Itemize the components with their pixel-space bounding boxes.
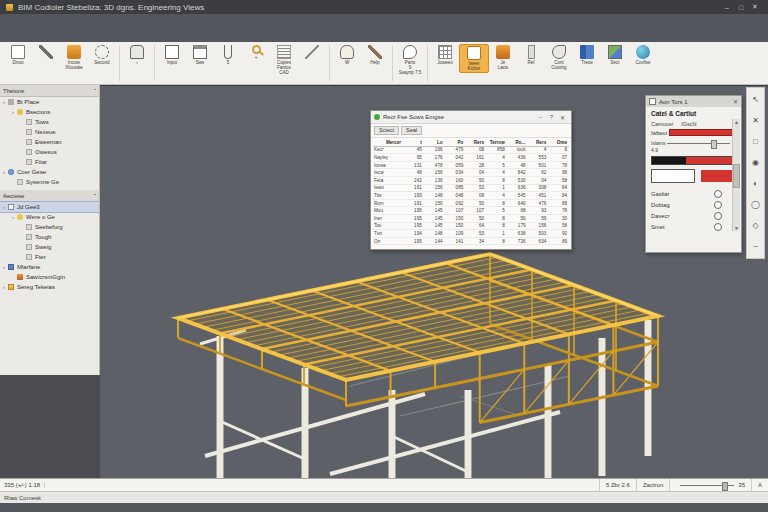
radio-row[interactable]: Gasliar bbox=[651, 188, 736, 199]
table-row[interactable]: Ttw193 148048 084 545451 84 bbox=[373, 192, 569, 200]
dialog-tab[interactable]: Sciect bbox=[374, 126, 399, 135]
ribbon-item[interactable]: Sect bbox=[601, 44, 629, 66]
tree-item[interactable]: Fter bbox=[0, 252, 99, 262]
ribbon-item[interactable]: Input bbox=[158, 44, 186, 66]
table-row[interactable]: Iecw48 156034 044 84262 98 bbox=[373, 169, 569, 177]
column-header[interactable]: t bbox=[403, 140, 424, 145]
ribbon-item[interactable]: › bbox=[123, 44, 151, 66]
color-swatch-red[interactable] bbox=[701, 170, 735, 182]
tool-button[interactable]: ↖ bbox=[747, 90, 764, 108]
close-button[interactable]: ✕ bbox=[748, 3, 762, 11]
ribbon-item[interactable]: Drout bbox=[4, 44, 32, 66]
minimize-button[interactable]: – bbox=[720, 4, 734, 11]
color-swatch-empty[interactable] bbox=[651, 169, 695, 183]
ribbon-item[interactable]: Second bbox=[88, 44, 116, 66]
ribbon-item[interactable]: Help bbox=[361, 44, 389, 66]
tree-item[interactable]: Owesus bbox=[0, 147, 99, 157]
tree-item[interactable]: Saw/crsmGgin bbox=[0, 272, 99, 282]
panel-title-bar[interactable]: Aon Tors 1 ✕ bbox=[646, 96, 741, 107]
tool-button[interactable]: □ bbox=[747, 132, 764, 150]
ribbon-item[interactable]: Cont Custing bbox=[545, 44, 573, 71]
zoom-control[interactable]: 35 bbox=[669, 479, 751, 491]
ribbon-item[interactable]: Incute Xlousate bbox=[60, 44, 88, 71]
ribbon-item[interactable] bbox=[298, 44, 326, 61]
scroll-thumb[interactable] bbox=[733, 164, 740, 188]
table-row[interactable]: Orr195 144141 348 726634 89 bbox=[373, 238, 569, 246]
views-panel-header[interactable]: Theions ˆ bbox=[0, 85, 99, 97]
collapse-icon[interactable]: ˆ bbox=[94, 88, 96, 94]
tree-item[interactable]: Tough bbox=[0, 232, 99, 242]
tree-item[interactable]: › Mlarfane bbox=[0, 262, 99, 272]
ribbon-item[interactable]: Sws bbox=[186, 44, 214, 66]
tree-item[interactable]: Nexeue bbox=[0, 127, 99, 137]
slider-track[interactable] bbox=[667, 143, 729, 144]
model-panel-header[interactable]: Aeciese ˆ bbox=[0, 190, 99, 202]
dialog-title-bar[interactable]: Recr Fse Sows Emgse – ? ✕ bbox=[371, 111, 571, 124]
mode-indicator[interactable]: A bbox=[751, 479, 768, 491]
tree-item[interactable]: Seebefurg bbox=[0, 222, 99, 232]
column-header[interactable]: Terrow bbox=[486, 140, 507, 145]
ribbon-item[interactable]: + bbox=[242, 44, 270, 61]
dialog-tab[interactable]: Seal bbox=[401, 126, 422, 135]
radio-button[interactable] bbox=[714, 212, 722, 220]
ribbon-item[interactable]: Je Lacis bbox=[489, 44, 517, 71]
column-header[interactable]: Ome bbox=[548, 140, 569, 145]
collapse-icon[interactable]: ˆ bbox=[94, 193, 96, 199]
radio-row[interactable]: Smet bbox=[651, 221, 736, 232]
radio-button[interactable] bbox=[714, 201, 722, 209]
dialog-help-button[interactable]: ? bbox=[546, 114, 557, 120]
tree-item[interactable]: Sysenne Ge bbox=[0, 177, 99, 187]
tool-button[interactable]: ◯ bbox=[747, 195, 764, 213]
tree-item[interactable]: › Jd Gee3 bbox=[0, 202, 99, 212]
table-row[interactable]: Mou195 145107 1075 6893 78 bbox=[373, 207, 569, 215]
tree-item[interactable]: Fitar bbox=[0, 157, 99, 167]
ribbon-item[interactable]: · bbox=[32, 44, 60, 66]
tree-item[interactable]: Tows bbox=[0, 117, 99, 127]
table-row[interactable]: Iner195 145150 508 5659 30 bbox=[373, 215, 569, 223]
tree-item[interactable]: › Coer Gese bbox=[0, 167, 99, 177]
tree-item[interactable]: › Bt Place bbox=[0, 97, 99, 107]
table-row[interactable]: Rom191 150092 508 640476 88 bbox=[373, 200, 569, 208]
ribbon-item[interactable]: Covfise bbox=[629, 44, 657, 66]
table-row[interactable]: Feta242 136160 508 53004 58 bbox=[373, 177, 569, 185]
slider-handle[interactable] bbox=[711, 140, 717, 149]
maximize-button[interactable]: □ bbox=[734, 4, 748, 11]
table-row[interactable]: Iewo161 156085 531 636308 64 bbox=[373, 185, 569, 193]
status-segment-2[interactable]: Zactrun bbox=[636, 479, 669, 491]
column-header[interactable]: Rers bbox=[465, 140, 486, 145]
radio-row[interactable]: Dobtag bbox=[651, 199, 736, 210]
ribbon-item[interactable]: 5 bbox=[214, 44, 242, 66]
column-header[interactable]: Mercer bbox=[373, 140, 403, 145]
scroll-up-icon[interactable]: ▲ bbox=[734, 119, 739, 125]
radio-row[interactable]: Davecr bbox=[651, 210, 736, 221]
table-row[interactable]: Nayley95 176042 1614 436553 07 bbox=[373, 154, 569, 162]
column-header[interactable]: Rers bbox=[528, 140, 549, 145]
tree-item[interactable]: › Bsecions bbox=[0, 107, 99, 117]
tool-button[interactable]: ~ bbox=[747, 237, 764, 255]
tree-item[interactable]: Sweig bbox=[0, 242, 99, 252]
scroll-down-icon[interactable]: ▼ bbox=[734, 225, 739, 231]
column-header[interactable]: Lo bbox=[424, 140, 445, 145]
ribbon-item[interactable]: W bbox=[333, 44, 361, 66]
dialog-minimize-button[interactable]: – bbox=[535, 114, 546, 120]
tree-item[interactable]: › Were o Ge bbox=[0, 212, 99, 222]
tool-button[interactable]: ◐ bbox=[747, 174, 764, 192]
panel-scrollbar[interactable]: ▲ ▼ bbox=[732, 119, 740, 231]
tool-button[interactable]: ✕ bbox=[747, 111, 764, 129]
column-header[interactable]: Ro... bbox=[507, 140, 528, 145]
table-row[interactable]: Kecr45 196479 08858 tock4 8 bbox=[373, 147, 569, 155]
ribbon-item[interactable]: Copies Fantos CAD bbox=[270, 44, 298, 76]
table-row[interactable]: Ionea131 478059 285 48501 78 bbox=[373, 162, 569, 170]
ribbon-item[interactable]: Joweeo bbox=[431, 44, 459, 66]
column-header[interactable]: Po bbox=[445, 140, 466, 145]
zoom-slider-handle[interactable] bbox=[722, 482, 728, 491]
tool-button[interactable]: ◇ bbox=[747, 216, 764, 234]
ribbon-item[interactable]: Ref bbox=[517, 44, 545, 66]
tree-item[interactable]: › Sereg Tekeias bbox=[0, 282, 99, 292]
radio-button[interactable] bbox=[714, 223, 722, 231]
radio-button[interactable] bbox=[714, 190, 722, 198]
tool-button[interactable]: ◉ bbox=[747, 153, 764, 171]
panel-close-button[interactable]: ✕ bbox=[733, 98, 738, 105]
table-row[interactable]: Tou195 145150 648 179156 58 bbox=[373, 223, 569, 231]
table-row[interactable]: Turt194 148109 531 638503 90 bbox=[373, 230, 569, 238]
